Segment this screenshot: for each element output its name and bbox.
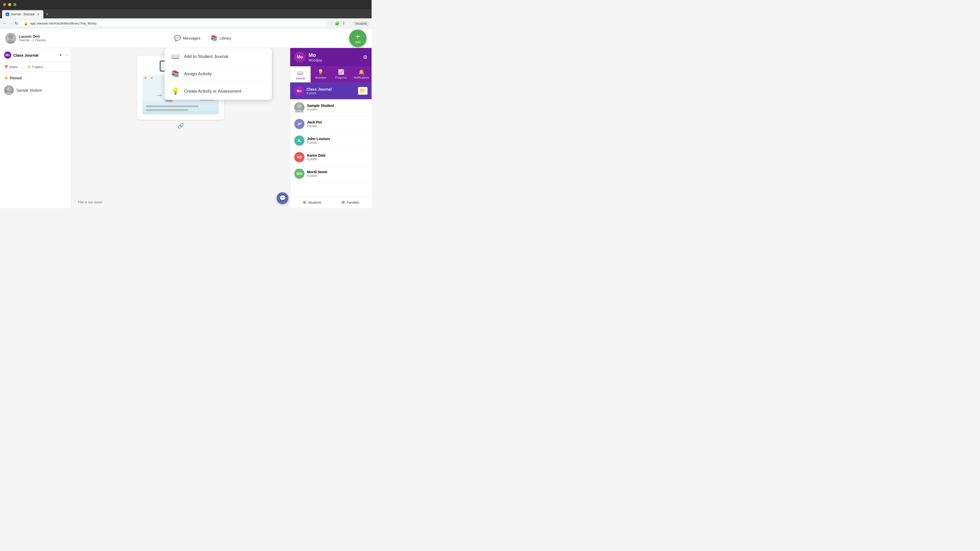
folder-icon: 📁: [27, 65, 31, 69]
main-content: Classmates → ♥: [72, 48, 290, 208]
forward-button[interactable]: →: [9, 21, 13, 26]
reload-button[interactable]: ↻: [15, 21, 18, 26]
svg-point-4: [297, 103, 302, 108]
app-body: Mo Class Journal ▼ › 📅 Dates › 📁 Folders…: [0, 48, 372, 208]
dot-red: [145, 77, 146, 79]
svg-point-2: [6, 86, 11, 91]
panel-content: Mo Class Journal 8 posts 📁 Sample Studen…: [290, 83, 372, 196]
tab-journal[interactable]: 📖 Journal: [290, 66, 310, 83]
browser-min-btn[interactable]: [8, 3, 11, 6]
student-info-1: Jack Pot 6 posts: [307, 120, 322, 128]
student-avatar-2: JL: [294, 135, 304, 146]
tab-progress[interactable]: 📈 Progress: [331, 66, 352, 83]
url-box[interactable]: 🔒 app.seesaw.me/#/activities/library?my_…: [20, 21, 327, 27]
student-name-0: Sample Student: [307, 103, 334, 108]
messages-icon: 💬: [174, 35, 181, 41]
user-details: Lauren Deli Teacher - 2 Classes: [19, 34, 46, 42]
add-families-button[interactable]: ⊕ Families: [341, 200, 359, 205]
assign-activity-label: Assign Activity: [184, 71, 212, 76]
menu-icon[interactable]: ⋮: [347, 21, 352, 26]
arrow-icon: ›: [22, 65, 23, 69]
journal-tab-label: Journal: [296, 77, 305, 80]
journal-icon: 📖: [171, 52, 180, 60]
student-row-1[interactable]: JP Jack Pot 6 posts: [290, 116, 372, 132]
activities-tab-label: Activities: [315, 76, 326, 79]
class-journal-avatar: Mo: [294, 86, 304, 96]
messages-nav-link[interactable]: 💬 Messages: [174, 35, 200, 41]
dropdown-item-create[interactable]: 💡 Create Activity or Assessment: [165, 83, 272, 100]
add-students-button[interactable]: ⊕ Students: [303, 200, 321, 205]
new-tab-button[interactable]: +: [44, 10, 51, 18]
arrow-icon: →: [156, 91, 163, 100]
student-row-3[interactable]: KD Karen Dale 4 posts: [290, 149, 372, 165]
class-description: This is our class!: [78, 200, 102, 204]
svg-point-1: [6, 40, 15, 44]
browser-close-btn[interactable]: [3, 3, 6, 6]
dropdown-item-journal[interactable]: 📖 Add to Student Journal: [165, 48, 272, 65]
dates-folders-bar: 📅 Dates › 📁 Folders: [0, 62, 71, 72]
svg-point-0: [8, 34, 13, 39]
tab-notifications[interactable]: 🔔 Notifications: [351, 66, 372, 83]
dropdown-item-activity[interactable]: 📚 Assign Activity: [165, 65, 272, 83]
chat-bubble[interactable]: 💬: [277, 192, 288, 204]
url-text: app.seesaw.me/#/activities/library?my_li…: [30, 21, 97, 25]
sample-student-item[interactable]: Sample Student: [4, 83, 67, 97]
student-row-0[interactable]: Sample Student 8 posts: [290, 99, 372, 116]
assign-activity-icon: 📚: [171, 70, 180, 78]
user-name: Lauren Deli: [19, 34, 46, 38]
student-avatar-0: [294, 102, 304, 113]
nav-links: 💬 Messages 📚 Library: [60, 35, 345, 41]
create-activity-icon: 💡: [171, 87, 180, 95]
class-avatar: Mo: [4, 52, 11, 59]
panel-class-name: Moodjoy: [309, 58, 360, 62]
student-row-4[interactable]: MS Mordi Seem 4 posts: [290, 165, 372, 182]
student-posts-2: 5 posts: [307, 141, 330, 144]
class-header[interactable]: Mo Class Journal ▼ ›: [0, 48, 71, 62]
class-journal-row[interactable]: Mo Class Journal 8 posts 📁: [290, 83, 372, 99]
tab-close-icon[interactable]: ✕: [37, 13, 40, 16]
browser-max-btn[interactable]: [13, 3, 16, 6]
sidebar: Mo Class Journal ▼ › 📅 Dates › 📁 Folders…: [0, 48, 72, 208]
back-button[interactable]: ←: [3, 21, 6, 26]
extensions-icon[interactable]: 🧩: [335, 21, 340, 26]
active-tab[interactable]: S Journal - Seesaw ✕: [2, 10, 43, 18]
add-button[interactable]: + Add: [349, 30, 366, 47]
pinned-label: ★ Pinned: [4, 75, 67, 81]
lock-icon: 🔒: [24, 21, 28, 25]
student-row-2[interactable]: JL John Louises 5 posts: [290, 132, 372, 149]
student-avatar-4: MS: [294, 168, 304, 179]
folders-link[interactable]: 📁 Folders: [27, 65, 43, 69]
dates-link[interactable]: 📅 Dates: [4, 65, 18, 69]
add-families-label: Families: [347, 200, 359, 204]
student-info-0: Sample Student 8 posts: [307, 103, 334, 111]
panel-user-avatar: Mo: [294, 52, 305, 63]
bookmark-icon[interactable]: ☆: [329, 21, 333, 26]
student-avatar-1: JP: [294, 119, 304, 129]
user-info: Lauren Deli Teacher - 2 Classes: [5, 33, 56, 44]
panel-user-info: Mo Moodjoy: [309, 52, 360, 62]
student-info-3: Karen Dale 4 posts: [307, 153, 326, 161]
tab-title: Journal - Seesaw: [11, 13, 35, 16]
link-icon[interactable]: 🔗: [178, 123, 184, 129]
calendar-icon: 📅: [4, 65, 8, 69]
folder-icon[interactable]: 📁: [358, 87, 368, 95]
sample-student-name: Sample Student: [16, 88, 42, 92]
class-journal-info: Class Journal 8 posts: [307, 87, 355, 95]
pinned-section: ★ Pinned Sample Student: [0, 72, 71, 99]
add-plus-icon: +: [355, 33, 360, 40]
messages-label: Messages: [183, 36, 200, 40]
journal-tab-icon: 📖: [297, 70, 304, 76]
notifications-tab-label: Notifications: [354, 76, 369, 79]
bottom-lines: [146, 105, 199, 111]
svg-point-3: [5, 92, 13, 95]
student-info-4: Mordi Seem 4 posts: [307, 170, 327, 178]
download-icon[interactable]: ⬇: [342, 21, 345, 26]
tab-activities[interactable]: 💡 Activities: [310, 66, 331, 83]
dot-yellow: [148, 77, 150, 79]
student-name-4: Mordi Seem: [307, 170, 327, 174]
progress-tab-label: Progress: [335, 76, 347, 79]
panel-bottom: ⊕ Students ⊕ Families: [290, 196, 372, 208]
library-nav-link[interactable]: 📚 Library: [210, 35, 231, 41]
settings-icon[interactable]: ⚙: [363, 54, 368, 60]
add-students-label: Students: [308, 200, 321, 204]
